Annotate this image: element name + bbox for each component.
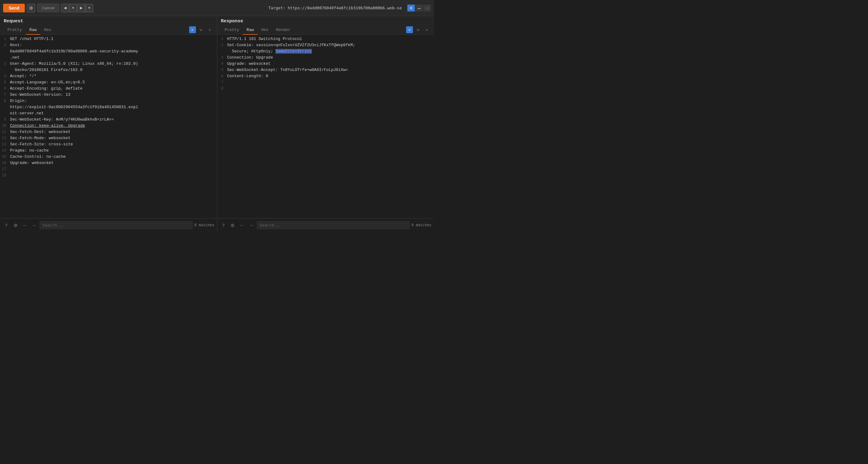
wrap-icon-2: ≡ [409, 28, 410, 32]
table-row: Gecko/20100101 Firefox/102.0 [0, 67, 217, 73]
table-row: 4 Accept: */* [0, 73, 217, 79]
cancel-button[interactable]: Cancel [37, 4, 59, 12]
table-row: 9 Sec-WebSocket-Key: AnM/y74KU0waBkhvB+z… [0, 117, 217, 123]
table-row: 17 [0, 166, 217, 172]
table-row: 7 [217, 79, 434, 86]
table-row: 5 Accept-Language: en-US,en;q=0.5 [0, 79, 217, 86]
request-tab-tools: ≡ \n ≡ [189, 26, 213, 34]
menu-icon-2: ≡ [426, 28, 428, 32]
response-settings-button[interactable]: ⚙ [229, 222, 237, 229]
table-row: 11 Sec-Fetch-Dest: websocket [0, 129, 217, 135]
table-row: 3 User-Agent: Mozilla/5.0 (X11; Linux x8… [0, 61, 217, 67]
tab-response-hex[interactable]: Hex [258, 26, 272, 35]
request-newline-button[interactable]: \n [198, 26, 205, 33]
request-code-area[interactable]: 1 GET /chat HTTP/1.1 2 Host: 0add0076049… [0, 35, 217, 218]
split-view-icon: ⊞ [410, 6, 412, 10]
request-panel-title: Request [4, 19, 213, 24]
table-row: oit-server.net [0, 110, 217, 117]
right-arrow-icon: ▶ [80, 6, 83, 10]
horizontal-view-button[interactable]: ▬ [415, 5, 423, 11]
tab-request-hex[interactable]: Hex [40, 26, 55, 35]
response-newline-button[interactable]: \n [415, 26, 422, 33]
gear-icon: ⚙ [29, 6, 33, 10]
response-back-button[interactable]: ← [238, 222, 246, 229]
horizontal-view-icon: ▬ [417, 6, 421, 10]
table-row: 18 [0, 172, 217, 179]
response-search-input[interactable] [257, 221, 410, 229]
table-row: 6 Accept-Encoding: gzip, deflate [0, 86, 217, 92]
response-panel: Response Pretty Raw Hex Render ≡ \n ≡ [217, 16, 434, 218]
forward-icon-2: → [249, 223, 254, 228]
prev-dropdown-button[interactable]: ▾ [69, 4, 77, 12]
left-arrow-icon: ◀ [64, 6, 66, 10]
table-row: 8 [217, 86, 434, 92]
response-help-button[interactable]: ? [220, 222, 227, 229]
table-row: https://exploit-0ac8002904554a3fc1f018a4… [0, 104, 217, 110]
table-row: 5 Sec-WebSocket-Accept: Tn0YuLOTrfe+w0A6… [217, 67, 434, 73]
table-row: 2 Set-Cookie: session=qnFoIxnrUZVZf2U3vi… [217, 42, 434, 48]
request-wrap-button[interactable]: ≡ [189, 26, 196, 33]
single-view-icon: ▭ [426, 6, 429, 10]
send-button[interactable]: Send [3, 4, 25, 12]
request-settings-button[interactable]: ⚙ [12, 222, 19, 229]
next-button[interactable]: ▶ [77, 4, 85, 12]
table-row: 14 Pragma: no-cache [0, 148, 217, 154]
request-forward-button[interactable]: → [30, 222, 38, 229]
table-row: 12 Sec-Fetch-Mode: websocket [0, 135, 217, 141]
help-icon-2: ? [222, 223, 225, 228]
request-help-button[interactable]: ? [2, 222, 10, 229]
response-wrap-button[interactable]: ≡ [406, 26, 413, 33]
tab-response-raw[interactable]: Raw [243, 26, 257, 35]
table-row: 10 Connection: keep-alive, Upgrade [0, 123, 217, 129]
tab-response-pretty[interactable]: Pretty [221, 26, 243, 35]
settings-icon: ⚙ [13, 223, 18, 228]
request-menu-button[interactable]: ≡ [207, 26, 213, 33]
table-row: Secure; HttpOnly; SameSite=Strict [217, 48, 434, 55]
request-search-section: ? ⚙ ← → 0 matches [0, 218, 217, 232]
dropdown-icon: ▾ [72, 6, 74, 10]
response-forward-button[interactable]: → [248, 222, 255, 229]
dropdown-icon-2: ▾ [88, 6, 90, 10]
response-code-area[interactable]: 1 HTTP/1.1 101 Switching Protocol 2 Set-… [217, 35, 434, 218]
response-panel-title: Response [221, 19, 431, 24]
table-row: 6 Content-Length: 0 [217, 73, 434, 79]
split-view-button[interactable]: ⊞ [407, 5, 415, 11]
table-row: 15 Cache-Control: no-cache [0, 154, 217, 160]
newline-icon: \n [199, 28, 202, 32]
settings-icon-2: ⚙ [230, 223, 235, 228]
next-dropdown-button[interactable]: ▾ [85, 4, 93, 12]
back-icon: ← [23, 223, 27, 228]
request-panel-header: Request Pretty Raw Hex ≡ \n ≡ [0, 16, 217, 35]
response-menu-button[interactable]: ≡ [424, 26, 430, 33]
newline-icon-2: \n [417, 28, 420, 32]
response-search-section: ? ⚙ ← → 0 matches [217, 218, 434, 232]
table-row: 0add0076049f4a6fc1b319b700a00066.web-sec… [0, 48, 217, 55]
request-back-button[interactable]: ← [21, 222, 29, 229]
target-url: Target: https://0add0076049f4a6fc1b319b7… [269, 6, 402, 10]
response-matches-badge: 0 matches [411, 223, 432, 227]
request-matches-badge: 0 matches [194, 223, 215, 227]
response-panel-header: Response Pretty Raw Hex Render ≡ \n ≡ [217, 16, 434, 35]
table-row: 16 Upgrade: websocket [0, 160, 217, 166]
tab-response-render[interactable]: Render [272, 26, 294, 35]
table-row: 8 Origin: [0, 98, 217, 104]
help-icon: ? [5, 223, 7, 228]
navigation-group: ◀ ▾ ▶ ▾ [61, 4, 93, 12]
table-row: 13 Sec-Fetch-Site: cross-site [0, 141, 217, 148]
table-row: 1 GET /chat HTTP/1.1 [0, 36, 217, 42]
panels-container: Request Pretty Raw Hex ≡ \n ≡ [0, 16, 434, 218]
tab-request-pretty[interactable]: Pretty [4, 26, 26, 35]
table-row: .net [0, 55, 217, 61]
view-toggle-group: ⊞ ▬ ▭ [407, 5, 431, 11]
response-tab-tools: ≡ \n ≡ [406, 26, 430, 34]
request-tabs-row: Pretty Raw Hex ≡ \n ≡ [4, 26, 213, 34]
request-search-input[interactable] [40, 221, 192, 229]
forward-icon: → [32, 223, 36, 228]
single-view-button[interactable]: ▭ [424, 5, 431, 11]
menu-icon: ≡ [209, 28, 211, 32]
prev-button[interactable]: ◀ [61, 4, 69, 12]
settings-button[interactable]: ⚙ [27, 4, 35, 12]
highlighted-samesite: SameSite=Strict [276, 49, 312, 54]
tab-request-raw[interactable]: Raw [26, 26, 40, 35]
table-row: 1 HTTP/1.1 101 Switching Protocol [217, 36, 434, 42]
